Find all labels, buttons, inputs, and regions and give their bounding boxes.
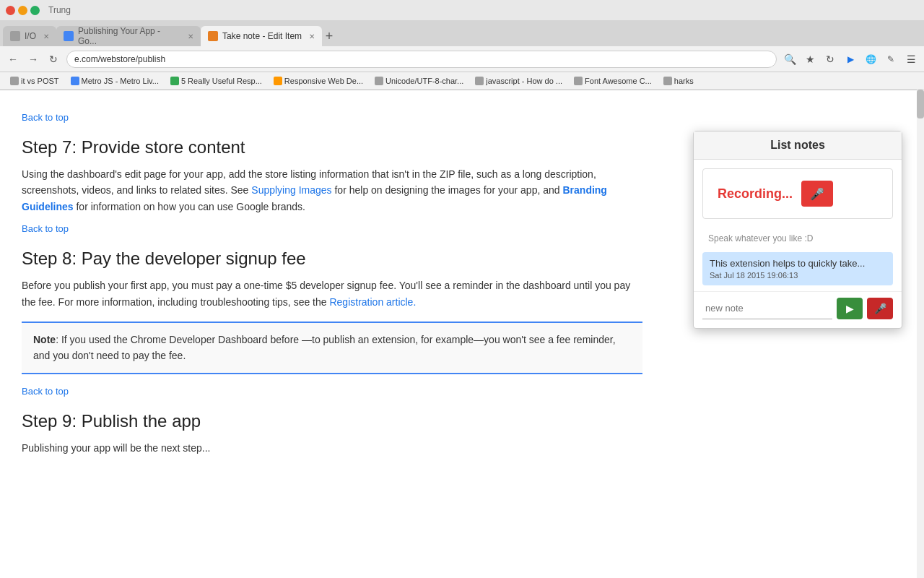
bookmark-harks[interactable]: harks bbox=[659, 75, 698, 87]
bookmark-javascript[interactable]: javascript - How do ... bbox=[471, 75, 567, 87]
menu-icon[interactable]: ☰ bbox=[904, 52, 918, 66]
popup-body: Recording... 🎤 Speak whatever you like :… bbox=[694, 168, 902, 328]
step9-paragraph: Publishing your app will be the next ste… bbox=[22, 440, 642, 456]
tab-bar: I/O ✕ Publishing Your App - Go... ✕ Take… bbox=[0, 20, 924, 46]
back-to-top-3[interactable]: Back to top bbox=[22, 386, 642, 397]
window-close-button[interactable] bbox=[6, 6, 15, 15]
bookmark-icon-fa bbox=[574, 77, 583, 85]
step8-heading: Step 8: Pay the developer signup fee bbox=[22, 249, 642, 269]
back-to-top-2[interactable]: Back to top bbox=[22, 223, 642, 234]
send-note-button[interactable]: ▶ bbox=[837, 298, 863, 319]
omnibox-bar: ← → ↻ e.com/webstore/publish 🔍 ★ ↻ ▶ 🌐 ✎… bbox=[0, 46, 924, 72]
bookmark-icon-responsive bbox=[274, 77, 282, 85]
extension-icon-1[interactable]: ▶ bbox=[843, 52, 858, 66]
main-content: Back to top Step 7: Provide store conten… bbox=[0, 90, 664, 479]
tab-close-takenote[interactable]: ✕ bbox=[309, 33, 315, 40]
bookmark-label-metro: Metro JS - Metro Liv... bbox=[82, 77, 159, 85]
bookmark-label-unicode: Unicode/UTF-8-char... bbox=[385, 77, 463, 85]
extension-popup: List notes Recording... 🎤 Speak whatever… bbox=[693, 131, 902, 329]
refresh-icon[interactable]: ↻ bbox=[823, 52, 837, 66]
tab-close-io[interactable]: ✕ bbox=[43, 33, 49, 40]
tab-favicon-publishing bbox=[64, 31, 74, 41]
scrollbar-thumb[interactable] bbox=[917, 90, 924, 118]
bookmark-icon-metro bbox=[71, 77, 79, 85]
bookmark-unicode[interactable]: Unicode/UTF-8-char... bbox=[370, 75, 468, 87]
mic-dark-icon: 🎤 bbox=[874, 303, 886, 314]
supplying-images-link[interactable]: Supplying Images bbox=[251, 184, 331, 196]
omnibox-url: e.com/webstore/publish bbox=[74, 54, 165, 64]
bookmark-responsive[interactable]: Responsive Web De... bbox=[269, 75, 367, 87]
bookmark-label-fa: Font Awesome C... bbox=[585, 77, 652, 85]
note-list-item[interactable]: This extension helps to quickly take... … bbox=[702, 252, 893, 285]
step7-text2: for help on designing the images for you… bbox=[334, 184, 559, 196]
back-to-top-1[interactable]: Back to top bbox=[22, 112, 642, 123]
step7-paragraph: Using the dashboard's edit page for your… bbox=[22, 166, 642, 215]
bookmark-label-5really: 5 Really Useful Resp... bbox=[181, 77, 262, 85]
step8-text: Before you publish your first app, you m… bbox=[22, 280, 630, 307]
tab-close-publishing[interactable]: ✕ bbox=[188, 33, 193, 40]
recording-card: Recording... 🎤 bbox=[702, 168, 893, 219]
tab-label-io: I/O bbox=[25, 31, 36, 41]
tab-publishing[interactable]: Publishing Your App - Go... ✕ bbox=[56, 26, 201, 46]
bookmark-icon-js bbox=[475, 77, 484, 85]
browser-chrome: Trung I/O ✕ Publishing Your App - Go... … bbox=[0, 0, 924, 90]
window-title: Trung bbox=[48, 5, 71, 15]
reload-button[interactable]: ↻ bbox=[46, 52, 61, 66]
step7-heading: Step 7: Provide store content bbox=[22, 137, 642, 158]
bookmark-metro[interactable]: Metro JS - Metro Liv... bbox=[66, 75, 163, 87]
note-content: : If you used the Chrome Developer Dashb… bbox=[33, 334, 616, 361]
new-note-input[interactable] bbox=[702, 298, 832, 319]
bookmark-icon-unicode bbox=[375, 77, 383, 85]
tab-favicon-io bbox=[10, 31, 20, 41]
send-icon: ▶ bbox=[846, 303, 854, 314]
forward-button[interactable]: → bbox=[26, 52, 40, 66]
bookmark-icon-harks bbox=[663, 77, 672, 85]
mic-icon: 🎤 bbox=[810, 187, 824, 201]
scrollbar[interactable] bbox=[917, 90, 924, 578]
bookmark-icon-it bbox=[10, 77, 19, 85]
note-item-date: Sat Jul 18 2015 19:06:13 bbox=[710, 271, 886, 280]
omnibox[interactable]: e.com/webstore/publish bbox=[66, 51, 777, 68]
bookmark-label-js: javascript - How do ... bbox=[486, 77, 562, 85]
bookmark-label-responsive: Responsive Web De... bbox=[284, 77, 363, 85]
note-label: Note bbox=[33, 334, 56, 345]
search-icon[interactable]: 🔍 bbox=[783, 52, 797, 66]
tab-label-takenote: Take note - Edit Item bbox=[222, 31, 302, 41]
bookmark-label-harks: harks bbox=[674, 77, 694, 85]
bookmark-icon-5really bbox=[170, 77, 179, 85]
back-button[interactable]: ← bbox=[6, 52, 20, 66]
bookmark-fontawesome[interactable]: Font Awesome C... bbox=[570, 75, 656, 87]
bookmark-star-icon[interactable]: ★ bbox=[803, 52, 817, 66]
title-bar: Trung bbox=[0, 0, 924, 20]
step9-heading: Step 9: Publish the app bbox=[22, 411, 642, 431]
new-tab-button[interactable]: + bbox=[322, 26, 336, 46]
note-item-text: This extension helps to quickly take... bbox=[710, 258, 886, 269]
registration-article-link[interactable]: Registration article. bbox=[329, 296, 416, 308]
bookmark-5really[interactable]: 5 Really Useful Resp... bbox=[166, 75, 266, 87]
recording-text: Recording... bbox=[718, 186, 793, 202]
page-content: Back to top Step 7: Provide store conten… bbox=[0, 90, 924, 578]
tab-label-publishing: Publishing Your App - Go... bbox=[78, 26, 180, 46]
tab-takenote[interactable]: Take note - Edit Item ✕ bbox=[201, 26, 322, 46]
note-box: Note: If you used the Chrome Developer D… bbox=[22, 322, 642, 374]
extension-icon-3[interactable]: ✎ bbox=[884, 52, 898, 66]
notes-list: This extension helps to quickly take... … bbox=[702, 252, 893, 285]
tab-favicon-takenote bbox=[208, 31, 218, 41]
bookmark-label-it: it vs POST bbox=[21, 77, 59, 85]
bookmark-it-vs-post[interactable]: it vs POST bbox=[6, 75, 64, 87]
window-maximize-button[interactable] bbox=[30, 6, 40, 15]
step7-text3: for information on how you can use Googl… bbox=[76, 201, 305, 212]
tab-io[interactable]: I/O ✕ bbox=[3, 26, 56, 46]
bookmarks-bar: it vs POST Metro JS - Metro Liv... 5 Rea… bbox=[0, 72, 924, 90]
popup-footer: ▶ 🎤 bbox=[694, 291, 902, 328]
speak-hint: Speak whatever you like :D bbox=[694, 228, 902, 252]
step8-paragraph: Before you publish your first app, you m… bbox=[22, 277, 642, 310]
recording-mic-button[interactable]: 🎤 bbox=[801, 181, 833, 207]
popup-header: List notes bbox=[694, 131, 902, 160]
note-text: Note: If you used the Chrome Developer D… bbox=[33, 332, 631, 364]
window-minimize-button[interactable] bbox=[18, 6, 27, 15]
extension-icon-2[interactable]: 🌐 bbox=[863, 52, 878, 66]
mic-note-button[interactable]: 🎤 bbox=[867, 298, 893, 319]
